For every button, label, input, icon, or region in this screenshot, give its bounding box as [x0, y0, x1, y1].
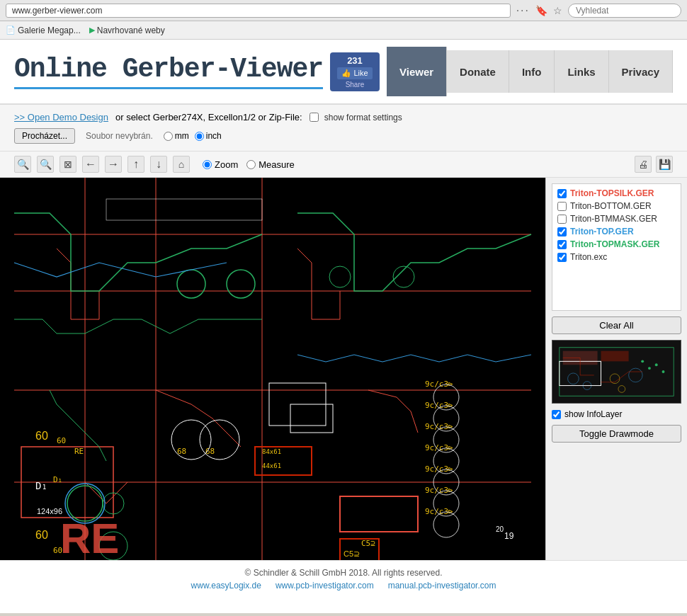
tab-links[interactable]: Links: [555, 50, 608, 93]
svg-text:RE: RE: [74, 447, 84, 456]
save-icon[interactable]: 💾: [656, 156, 673, 173]
layer-top[interactable]: Triton-TOP.GER: [555, 225, 678, 238]
header-right: 231 👍 Like Share Viewer Donate Info Link…: [330, 47, 673, 96]
svg-text:C5⊇: C5⊇: [344, 549, 360, 558]
svg-rect-97: [552, 341, 681, 403]
toolbar-area: >> Open Demo Design or select Gerber274X…: [0, 105, 687, 152]
layer-btmmask-checkbox[interactable]: [557, 215, 567, 224]
fb-like-button[interactable]: 👍 Like: [337, 67, 373, 79]
file-label: Soubor nevybrán.: [86, 131, 153, 141]
bookmark-navrhowane[interactable]: ▶ Navrhované weby: [89, 25, 165, 35]
arrow-left-icon[interactable]: ←: [82, 156, 99, 173]
unit-mm-radio[interactable]: [164, 132, 173, 141]
unit-inch-label[interactable]: inch: [195, 131, 222, 141]
layer-bottom-checkbox[interactable]: [557, 202, 567, 211]
print-save-icons: 🖨 💾: [635, 156, 673, 173]
svg-text:20: 20: [496, 525, 504, 533]
layer-topmask-checkbox[interactable]: [557, 240, 567, 249]
fb-share-button[interactable]: Share: [337, 81, 373, 89]
fit-icon[interactable]: ⊠: [59, 156, 76, 173]
layer-bottom[interactable]: Triton-BOTTOM.GER: [555, 200, 678, 212]
bookmark-icon: 🔖: [535, 5, 547, 16]
svg-text:84x61: 84x61: [262, 448, 281, 455]
home-icon[interactable]: ⌂: [173, 156, 190, 173]
browse-button[interactable]: Procházet...: [14, 128, 75, 144]
svg-text:124x96: 124x96: [37, 507, 62, 515]
fb-like-box[interactable]: 231 👍 Like Share: [330, 52, 380, 91]
layer-topmask[interactable]: Triton-TOPMASK.GER: [555, 238, 678, 251]
controls-row: 🔍 🔍 ⊠ ← → ↑ ↓ ⌂ Zoom Measure 🖨 💾: [0, 152, 687, 178]
measure-radio-label[interactable]: Measure: [246, 159, 295, 170]
svg-point-109: [655, 363, 658, 366]
svg-point-108: [648, 367, 651, 370]
svg-text:9c/c3⊳: 9c/c3⊳: [425, 401, 453, 410]
infolayer-label: show InfoLayer: [564, 409, 622, 419]
mini-preview-svg: [552, 341, 681, 403]
page-footer: © Schindler & Schill GmbH 2018. All righ…: [0, 560, 687, 598]
tab-privacy[interactable]: Privacy: [609, 50, 673, 93]
svg-text:60: 60: [35, 430, 48, 442]
svg-text:9c/c3⊳: 9c/c3⊳: [425, 507, 453, 516]
toolbar-row1: >> Open Demo Design or select Gerber274X…: [14, 112, 673, 122]
svg-rect-100: [601, 351, 629, 362]
svg-text:RE: RE: [60, 515, 119, 560]
unit-mm-label[interactable]: mm: [164, 131, 189, 141]
svg-rect-0: [14, 178, 531, 560]
unit-radio-group: mm inch: [164, 131, 222, 141]
zoom-radio-label[interactable]: Zoom: [203, 159, 238, 170]
toolbar-row2: Procházet... Soubor nevybrán. mm inch: [14, 128, 673, 144]
unit-inch-radio[interactable]: [195, 132, 204, 141]
zoom-out-icon[interactable]: 🔍: [37, 156, 54, 173]
layer-top-checkbox[interactable]: [557, 227, 567, 236]
fb-count: 231: [337, 55, 373, 66]
mini-preview: [552, 340, 681, 404]
right-panel: Triton-TOPSILK.GER Triton-BOTTOM.GER Tri…: [545, 178, 687, 560]
url-bar[interactable]: www.gerber-viewer.com: [6, 4, 511, 18]
search-input[interactable]: [568, 4, 681, 18]
clear-all-button[interactable]: Clear All: [552, 316, 681, 334]
svg-text:D₁: D₁: [53, 475, 62, 484]
layer-exc[interactable]: Triton.exc: [555, 251, 678, 263]
svg-text:D₁: D₁: [35, 480, 47, 491]
svg-text:60: 60: [57, 436, 66, 445]
svg-point-110: [662, 370, 665, 373]
arrow-right-icon[interactable]: →: [105, 156, 122, 173]
svg-text:60: 60: [35, 529, 48, 541]
page-wrapper: Online Gerber-Viewer 231 👍 Like Share Vi…: [0, 40, 687, 613]
star-icon: ☆: [553, 5, 562, 16]
arrow-up-icon[interactable]: ↑: [127, 156, 144, 173]
tab-info[interactable]: Info: [509, 50, 555, 93]
svg-point-107: [641, 360, 644, 363]
svg-text:C5⊇: C5⊇: [361, 539, 375, 548]
copyright-text: © Schindler & Schill GmbH 2018. All righ…: [7, 568, 680, 578]
pcb-viewer[interactable]: 60 D₁ 60 60 RE 60 68 68 84x61 44x61 9c/c…: [0, 178, 545, 560]
measure-radio[interactable]: [246, 160, 256, 169]
svg-text:9c/c3⊳: 9c/c3⊳: [425, 464, 453, 474]
zoom-radio[interactable]: [203, 160, 212, 169]
arrow-down-icon[interactable]: ↓: [150, 156, 167, 173]
footer-links: www.easyLogix.de www.pcb-investigator.co…: [7, 581, 680, 591]
footer-link-easylogix[interactable]: www.easyLogix.de: [191, 581, 261, 591]
format-settings-checkbox[interactable]: [310, 113, 319, 122]
demo-design-link[interactable]: >> Open Demo Design: [14, 112, 108, 122]
toggle-drawmode-button[interactable]: Toggle Drawmode: [552, 425, 681, 443]
svg-text:9c/c3⊳: 9c/c3⊳: [425, 422, 453, 431]
layer-btmmask[interactable]: Triton-BTMMASK.GER: [555, 212, 678, 225]
tab-donate[interactable]: Donate: [447, 50, 509, 93]
tab-viewer[interactable]: Viewer: [387, 47, 447, 96]
print-icon[interactable]: 🖨: [635, 156, 652, 173]
page-icon: 📄: [6, 25, 16, 35]
layer-exc-checkbox[interactable]: [557, 253, 567, 262]
bookmarks-bar: 📄 Galerie Megap... ▶ Navrhované weby: [0, 21, 687, 40]
footer-link-pcb-investigator[interactable]: www.pcb-investigator.com: [276, 581, 374, 591]
zoom-in-icon[interactable]: 🔍: [14, 156, 31, 173]
bookmark-galerie[interactable]: 📄 Galerie Megap...: [6, 25, 81, 35]
footer-link-manual[interactable]: manual.pcb-investigator.com: [388, 581, 496, 591]
browser-dots: ···: [516, 4, 530, 17]
svg-text:19: 19: [504, 531, 514, 541]
layer-topsilk[interactable]: Triton-TOPSILK.GER: [555, 187, 678, 200]
show-infolayer-group: show InfoLayer: [552, 409, 681, 419]
svg-text:9c/c3⊳: 9c/c3⊳: [425, 380, 453, 389]
layer-topsilk-checkbox[interactable]: [557, 189, 567, 198]
infolayer-checkbox[interactable]: [552, 410, 561, 419]
